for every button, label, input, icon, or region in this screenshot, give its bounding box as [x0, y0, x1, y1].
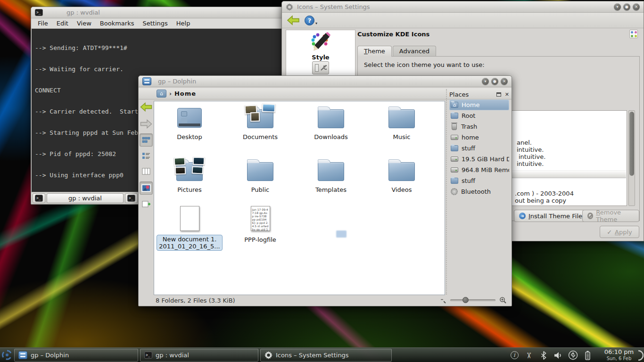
back-button[interactable]	[287, 15, 300, 25]
place-bluetooth[interactable]: Bluetooth	[449, 186, 509, 197]
place-hard-drive[interactable]: 19.5 GiB Hard Drive	[449, 154, 509, 165]
folder-item-templates[interactable]: Templates	[296, 159, 366, 193]
theme-description-text: out being a copy	[515, 197, 566, 204]
theme-list-text: intuitive.	[517, 160, 544, 167]
notifications-icon[interactable]: i	[509, 350, 520, 361]
place-root[interactable]: Root	[449, 110, 509, 121]
task-dolphin[interactable]: gp – Dolphin	[14, 349, 138, 362]
bluetooth-icon[interactable]	[538, 350, 549, 361]
remove-icon	[587, 213, 593, 219]
folder-label: Music	[366, 133, 437, 140]
tab-list-button[interactable]: >_	[125, 193, 138, 203]
help-button[interactable]: ? ▾	[305, 16, 317, 25]
menu-file[interactable]: File	[33, 20, 52, 27]
maximize-button[interactable]: ●	[491, 78, 498, 85]
folder-icon	[451, 145, 458, 151]
close-panel-icon[interactable]: ✕	[505, 91, 509, 98]
sidebar-item-hardware[interactable]	[286, 61, 355, 74]
clock[interactable]: 06:10 pm Sun, 6 Feb	[602, 348, 636, 362]
apply-label: Apply	[615, 229, 632, 236]
new-tab-button[interactable]: >_	[33, 193, 45, 203]
menu-edit[interactable]: Edit	[52, 20, 73, 27]
columns-view-button[interactable]	[140, 165, 153, 178]
chevron-down-icon: ▾	[315, 21, 317, 25]
folder-label: Pictures	[154, 186, 225, 193]
file-item-ppp-logfile[interactable]: Jan 17 09:4 7:18 gp-Asp ire-5738 pp pd[1…	[225, 206, 296, 243]
scrollbar[interactable]	[628, 110, 635, 206]
place-home[interactable]: ⌂ Home	[449, 99, 509, 110]
maximize-button[interactable]: ●	[623, 3, 630, 10]
icons-view-button[interactable]	[140, 133, 153, 147]
battery-icon[interactable]	[582, 350, 593, 361]
volume-icon[interactable]	[553, 350, 563, 361]
settings-titlebar[interactable]: Icons – System Settings ▾ ● ✕	[282, 1, 644, 13]
place-trash[interactable]: Trash	[449, 121, 509, 132]
menu-bookmarks[interactable]: Bookmarks	[96, 20, 139, 27]
dolphin-titlebar[interactable]: gp – Dolphin ▾ ● ✕	[139, 76, 512, 87]
folder-item-documents[interactable]: Documents	[225, 106, 296, 140]
folder-view[interactable]: Desktop Documents Downloads Music	[154, 101, 445, 295]
menu-settings[interactable]: Settings	[138, 20, 172, 27]
apply-button[interactable]: ✓ Apply	[600, 226, 639, 238]
minimize-button[interactable]: ▾	[614, 3, 621, 10]
file-label: PPP-logfile	[225, 236, 296, 243]
tab-theme[interactable]: Theme	[357, 46, 392, 57]
settings-toolbar: ? ▾	[282, 13, 644, 28]
zoom-in-icon[interactable]	[499, 296, 507, 304]
folder-icon	[388, 106, 415, 128]
forward-button[interactable]	[140, 117, 153, 131]
app-launcher-button[interactable]	[0, 348, 14, 362]
task-terminal[interactable]: >_ gp : wvdial	[140, 349, 258, 362]
panel-toolbox-cashew[interactable]	[636, 348, 644, 362]
folder-item-desktop[interactable]: Desktop	[154, 106, 225, 140]
breadcrumb-separator: ›	[169, 90, 172, 97]
folder-item-music[interactable]: Music	[366, 106, 437, 140]
klipper-scissors-icon[interactable]: ✂	[524, 350, 534, 361]
split-view-button[interactable]	[140, 197, 153, 211]
sidebar-item-style[interactable]: Style	[286, 32, 355, 61]
breadcrumb-home[interactable]: Home	[174, 90, 196, 97]
close-button[interactable]: ✕	[501, 78, 508, 85]
style-palette-icon	[310, 32, 331, 53]
task-system-settings[interactable]: Icons – System Settings	[260, 349, 392, 362]
theme-list-text: intuitive.	[517, 146, 544, 153]
menu-view[interactable]: View	[73, 20, 96, 27]
terminal-tab[interactable]: gp : wvdial	[47, 193, 124, 203]
menu-help[interactable]: Help	[172, 20, 195, 27]
folder-label: Videos	[366, 186, 437, 193]
terminal-titlebar[interactable]: >_ gp : wvdial	[31, 7, 283, 18]
theme-list-text: intuitive.	[519, 153, 545, 160]
folder-item-videos[interactable]: Videos	[366, 159, 437, 193]
zoom-out-icon[interactable]	[439, 296, 446, 304]
folder-item-public[interactable]: Public	[225, 159, 296, 193]
install-theme-button[interactable]: ➜ Install Theme File...	[514, 210, 593, 222]
zoom-slider-handle[interactable]	[462, 297, 469, 303]
konsole-icon: >_	[127, 195, 135, 202]
home-icon[interactable]: ⌂	[157, 90, 166, 98]
scrollbar-thumb[interactable]	[629, 112, 634, 176]
close-button[interactable]: ✕	[633, 3, 640, 10]
place-removable-drive[interactable]: 964.8 MiB Remov...	[449, 165, 509, 175]
back-button[interactable]	[140, 100, 153, 114]
folder-item-pictures[interactable]: Pictures	[154, 159, 225, 193]
bluetooth-gear-icon	[451, 188, 458, 195]
detach-panel-icon[interactable]	[496, 92, 501, 97]
apply-check-icon: ✓	[607, 229, 612, 236]
details-view-button[interactable]	[140, 149, 153, 162]
zoom-slider[interactable]	[450, 299, 495, 301]
icons-module-icon	[629, 30, 638, 38]
document-icon	[180, 206, 199, 231]
remove-theme-button[interactable]: Remove Theme	[582, 210, 639, 222]
hard-drive-icon	[451, 135, 458, 140]
preview-button[interactable]	[140, 181, 153, 195]
remove-theme-label: Remove Theme	[596, 209, 634, 223]
file-item-new-document[interactable]: New document 1. 2011_01_20_16_5...	[154, 206, 225, 251]
place-stuff-2[interactable]: stuff	[449, 175, 509, 186]
device-notifier-usb-icon[interactable]	[568, 350, 578, 361]
minimize-button[interactable]: ▾	[482, 78, 489, 85]
place-stuff-1[interactable]: stuff	[449, 143, 509, 154]
gear-icon	[264, 351, 272, 359]
tab-advanced[interactable]: Advanced	[393, 46, 436, 57]
folder-item-downloads[interactable]: Downloads	[296, 106, 366, 140]
place-home-partition[interactable]: home	[449, 132, 509, 143]
